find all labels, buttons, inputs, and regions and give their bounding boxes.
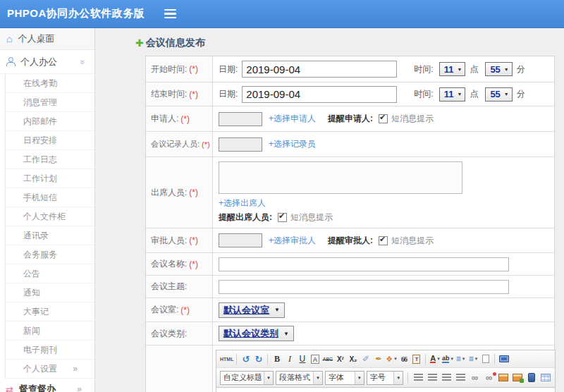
superscript-icon[interactable]: X²	[334, 353, 346, 365]
start-hour-select[interactable]: 11 ▼	[439, 62, 466, 76]
required-mark: (*)	[202, 140, 210, 149]
sidebar-item-personal-office[interactable]: 个人办公 »	[0, 50, 94, 74]
choose-recorder-link[interactable]: +选择记录员	[269, 138, 316, 150]
upload-image-button[interactable]	[511, 372, 523, 384]
align-right-button[interactable]	[441, 372, 453, 384]
meeting-name-input[interactable]	[219, 257, 509, 271]
form-row-approver: 审批人员: (*) +选择审批人 提醒审批人: ✔ 短消息提示	[146, 228, 554, 253]
color-palette-button[interactable]: ❖ ▾	[385, 353, 397, 365]
rich-text-editor: HTML ↺ ↻ B I U A ABC X² X₂ ✐	[216, 350, 556, 392]
time-label: 时间:	[414, 88, 433, 100]
field-value-approver: +选择审批人 提醒审批人: ✔ 短消息提示	[213, 228, 554, 252]
unordered-list-button[interactable]: ≡ ▾	[467, 353, 479, 365]
font-size-select[interactable]: 字号 ▾	[367, 371, 403, 385]
paragraph-format-select[interactable]: 段落格式 ▾	[276, 371, 323, 385]
remove-link-icon[interactable]: ∞	[483, 372, 495, 384]
recorder-input[interactable]	[219, 137, 262, 152]
approver-sms-checkbox[interactable]: ✔	[379, 236, 388, 245]
field-label-editor	[146, 345, 213, 392]
sidebar-item-e-journal[interactable]: 电子期刊	[6, 341, 94, 360]
sidebar-item-personal-file-cabinet[interactable]: 个人文件柜	[6, 207, 94, 226]
choose-applicant-link[interactable]: +选择申请人	[269, 113, 316, 125]
applicant-sms-checkbox[interactable]: ✔	[379, 114, 388, 123]
sidebar-item-mobile-sms[interactable]: 手机短信	[6, 188, 94, 207]
select-arrow-icon: ▾	[355, 372, 364, 384]
field-label-meeting-name: 会议名称: (*)	[146, 253, 213, 275]
underline-icon[interactable]: U	[296, 353, 308, 365]
insert-image-button[interactable]	[497, 372, 509, 384]
sidebar-item-news[interactable]: 新闻	[6, 321, 94, 341]
editor-toolbar-row2: 自定义标题 ▾ 段落格式 ▾ 字体 ▾	[216, 368, 555, 388]
attendees-sms-checkbox[interactable]: ✔	[278, 213, 287, 222]
redo-icon[interactable]: ↻	[252, 353, 264, 365]
end-minute-select[interactable]: 55 ▼	[485, 87, 512, 102]
sidebar-item-memorabilia[interactable]: 大事记	[6, 302, 94, 321]
check-icon: ✔	[379, 235, 386, 244]
start-minute-select[interactable]: 55 ▼	[485, 62, 512, 76]
paragraph-format-value: 段落格式	[276, 372, 313, 383]
meeting-subject-input[interactable]	[219, 280, 509, 294]
end-date-input[interactable]	[242, 86, 397, 103]
attendees-textarea[interactable]	[219, 161, 462, 194]
applicant-input[interactable]	[219, 112, 262, 126]
form-row-applicant: 申请人: (*) +选择申请人 提醒申请人: ✔ 短消息提示	[146, 106, 554, 132]
meeting-form: 开始时间: (*) 日期: 时间: 11 ▼ 点 55 ▼	[145, 56, 555, 392]
sidebar-item-work-log[interactable]: 工作日志	[6, 150, 94, 169]
insert-media-button[interactable]	[525, 372, 537, 384]
italic-icon[interactable]: I	[283, 353, 295, 365]
sidebar-item-supervision[interactable]: ⇄ 督查督办 »	[0, 379, 94, 392]
editor-content[interactable]	[216, 388, 555, 392]
sidebar-item-message-management[interactable]: 消息管理	[6, 93, 94, 112]
bold-icon[interactable]: B	[271, 353, 283, 365]
menu-icon[interactable]	[164, 9, 176, 19]
sidebar-item-internal-mail[interactable]: 内部邮件	[6, 112, 94, 131]
new-page-button[interactable]	[479, 353, 491, 365]
insert-link-icon[interactable]: ∞	[469, 372, 481, 384]
caret-down-icon: ▾	[475, 356, 478, 362]
select-arrow-icon: ▼	[504, 67, 509, 72]
sidebar-item-personal-settings[interactable]: 个人设置 »	[6, 360, 94, 379]
align-left-button[interactable]	[412, 372, 424, 384]
align-justify-button[interactable]	[455, 372, 467, 384]
sidebar-item-personal-desktop[interactable]: ⌂ 个人桌面	[0, 28, 94, 50]
sidebar-item-announcement[interactable]: 公告	[6, 264, 94, 283]
select-arrow-icon: ▼	[274, 307, 280, 313]
ordered-list-button[interactable]: ≡ ▾	[454, 353, 466, 365]
highlight-button[interactable]: ab ▾	[441, 353, 453, 365]
image-icon	[498, 374, 508, 381]
paste-button[interactable]: T	[410, 353, 422, 365]
heading-style-select[interactable]: 自定义标题 ▾	[220, 371, 274, 385]
blockquote-icon[interactable]: 66	[398, 353, 410, 365]
start-date-input[interactable]	[242, 61, 397, 78]
font-color-button[interactable]: A ▾	[429, 353, 441, 365]
approver-input[interactable]	[219, 233, 262, 247]
sidebar-item-work-plan[interactable]: 工作计划	[6, 169, 94, 188]
format-brush-icon[interactable]: ✒	[372, 353, 384, 365]
hour-value: 11	[444, 89, 454, 99]
choose-approver-link[interactable]: +选择审批人	[269, 235, 316, 247]
html-source-button[interactable]: HTML	[220, 353, 233, 365]
sidebar-item-label: 个人桌面	[18, 32, 54, 45]
align-center-button[interactable]	[427, 372, 439, 384]
sidebar-item-schedule[interactable]: 日程安排	[6, 131, 94, 150]
strikethrough-icon[interactable]: ABC	[321, 353, 333, 365]
sidebar-item-contacts[interactable]: 通讯录	[6, 226, 94, 245]
select-arrow-icon: ▼	[457, 67, 462, 72]
undo-icon[interactable]: ↺	[240, 353, 252, 365]
form-row-editor: HTML ↺ ↻ B I U A ABC X² X₂ ✐	[146, 345, 554, 392]
font-family-select[interactable]: 字体 ▾	[325, 371, 364, 385]
meeting-category-select[interactable]: 默认会议类别 ▼	[219, 326, 294, 341]
remove-format-button[interactable]: A	[309, 353, 321, 365]
sidebar-item-meeting-service[interactable]: 会务服务	[6, 245, 94, 264]
choose-attendees-link[interactable]: +选择出席人	[219, 197, 266, 209]
eraser-icon[interactable]: ✐	[360, 353, 372, 365]
meeting-room-select[interactable]: 默认会议室 ▼	[219, 302, 285, 318]
fullscreen-button[interactable]	[498, 353, 510, 365]
end-hour-select[interactable]: 11 ▼	[439, 87, 466, 102]
sidebar-item-notice[interactable]: 通知	[6, 283, 94, 302]
sidebar-item-online-attendance[interactable]: 在线考勤	[6, 74, 94, 93]
subscript-icon[interactable]: X₂	[347, 353, 359, 365]
main-layout: ⌂ 个人桌面 个人办公 » 在线考勤 消息管理 内部邮件 日程安排 工作日志 工…	[0, 28, 564, 392]
sidebar-item-label: 个人办公	[20, 56, 57, 68]
insert-table-button[interactable]	[539, 372, 551, 384]
